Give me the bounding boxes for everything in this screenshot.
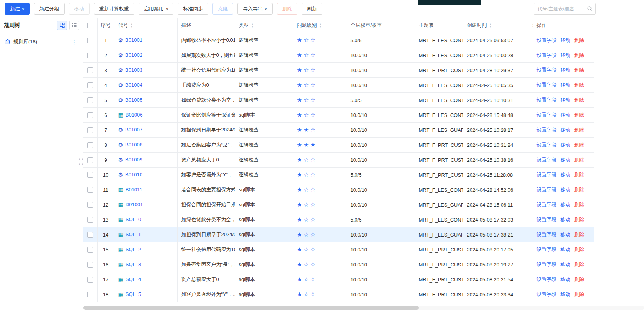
rule-code-link[interactable]: B01009 <box>125 157 142 163</box>
row-checkbox[interactable] <box>87 97 93 103</box>
column-header-created[interactable]: 创建时间▲▼ <box>463 18 529 33</box>
set-fields-link[interactable]: 设置字段 <box>537 291 557 297</box>
sort-icon[interactable]: ▲▼ <box>319 23 322 28</box>
set-fields-link[interactable]: 设置字段 <box>537 82 557 88</box>
row-checkbox[interactable] <box>87 217 93 223</box>
rule-code-link[interactable]: SQL_5 <box>126 291 141 297</box>
import-export-button[interactable]: 导入导出∨ <box>237 3 273 15</box>
delete-link[interactable]: 删除 <box>574 67 584 73</box>
table-row[interactable]: 9⚙B01009资产总额应大于0逻辑检查★☆☆10.0/10MRT_F_PRT_… <box>83 153 594 168</box>
table-row[interactable]: 15▦SQL_2统一社会信用代码应为18位sql脚本★☆☆10.0/10MRT_… <box>83 242 594 257</box>
row-checkbox[interactable] <box>87 53 93 58</box>
set-fields-link[interactable]: 设置字段 <box>537 261 557 267</box>
rule-code-link[interactable]: B01010 <box>125 172 142 177</box>
row-checkbox[interactable] <box>87 67 93 73</box>
delete-link[interactable]: 删除 <box>574 246 584 252</box>
move-link[interactable]: 移动 <box>561 217 570 222</box>
set-fields-link[interactable]: 设置字段 <box>537 172 557 177</box>
delete-link[interactable]: 删除 <box>574 142 584 148</box>
move-link[interactable]: 移动 <box>561 82 570 88</box>
standard-sync-button[interactable]: 标准同步 <box>178 3 208 15</box>
move-link[interactable]: 移动 <box>561 142 570 148</box>
delete-link[interactable]: 删除 <box>574 82 584 88</box>
table-row[interactable]: 16▦SQL_3如是否集团客户为“是”，...sql脚本★☆☆10.0/10MR… <box>83 257 594 272</box>
rule-code-link[interactable]: SQL_2 <box>126 246 141 252</box>
move-link[interactable]: 移动 <box>561 232 570 237</box>
move-button[interactable]: 移动 <box>69 3 90 15</box>
row-checkbox[interactable] <box>87 247 93 253</box>
move-link[interactable]: 移动 <box>561 276 570 282</box>
move-link[interactable]: 移动 <box>561 127 570 133</box>
row-checkbox[interactable] <box>87 38 93 43</box>
new-group-button[interactable]: 新建分组 <box>34 3 65 15</box>
set-fields-link[interactable]: 设置字段 <box>537 246 557 252</box>
table-row[interactable]: 2⚙B01002如展期次数大于0，则五级...逻辑检查★☆☆10.0/10MRT… <box>83 48 594 63</box>
row-checkbox[interactable] <box>87 292 93 297</box>
table-row[interactable]: 13▦SQL_0如绿色贷款分类不为空，则...sql脚本★☆☆5.0/5MRT_… <box>83 212 594 227</box>
search-icon[interactable] <box>587 6 593 12</box>
row-checkbox[interactable] <box>87 82 93 88</box>
set-fields-link[interactable]: 设置字段 <box>537 187 557 192</box>
rule-code-link[interactable]: B01002 <box>125 52 142 58</box>
set-fields-link[interactable]: 设置字段 <box>537 232 557 237</box>
list-view-toggle[interactable] <box>69 21 79 30</box>
table-row[interactable]: 6▦B01006保证金比例应等于保证金/合...sql脚本★☆☆10.0/10M… <box>83 108 594 123</box>
delete-link[interactable]: 删除 <box>574 112 584 118</box>
set-fields-link[interactable]: 设置字段 <box>537 202 557 207</box>
sort-icon[interactable]: ▲▼ <box>251 23 254 28</box>
rule-code-link[interactable]: B01011 <box>126 187 142 192</box>
horizontal-scrollbar[interactable] <box>83 306 644 310</box>
more-icon[interactable]: ⋮ <box>70 38 78 46</box>
table-row[interactable]: 18▦SQL_5如客户是否境外为“Y”，...sql脚本★☆☆10.0/10MR… <box>83 287 594 302</box>
set-fields-link[interactable]: 设置字段 <box>537 97 557 103</box>
rule-code-link[interactable]: B01005 <box>125 97 142 103</box>
delete-link[interactable]: 删除 <box>574 187 584 192</box>
rule-code-link[interactable]: SQL_3 <box>126 261 141 267</box>
delete-link[interactable]: 删除 <box>574 52 584 58</box>
row-checkbox[interactable] <box>87 127 93 133</box>
table-row[interactable]: 4⚙B01004手续费应为0逻辑检查★☆☆10.0/10MRT_F_LES_CO… <box>83 78 594 93</box>
delete-link[interactable]: 删除 <box>574 157 584 163</box>
sidebar-resize-handle[interactable]: ⋮⋮⋮⋮ <box>77 157 81 167</box>
rule-code-link[interactable]: B01006 <box>126 112 143 118</box>
delete-link[interactable]: 删除 <box>574 172 584 177</box>
horizontal-scrollbar-thumb[interactable] <box>83 306 419 310</box>
delete-link[interactable]: 删除 <box>574 217 584 222</box>
search-input[interactable] <box>534 3 596 15</box>
table-row[interactable]: 14▦SQL_1如担保到日期早于2024/03/...sql脚本★☆☆10.0/… <box>83 227 594 242</box>
table-row[interactable]: 1⚙B01001内部收益率不应小于0.01逻辑检查★☆☆5.0/5MRT_F_L… <box>83 33 594 48</box>
rule-code-link[interactable]: B01003 <box>125 67 142 73</box>
delete-link[interactable]: 删除 <box>574 291 584 297</box>
set-fields-link[interactable]: 设置字段 <box>537 142 557 148</box>
move-link[interactable]: 移动 <box>561 97 570 103</box>
row-checkbox[interactable] <box>87 187 93 193</box>
delete-link[interactable]: 删除 <box>574 202 584 207</box>
set-fields-link[interactable]: 设置字段 <box>537 127 557 133</box>
set-fields-link[interactable]: 设置字段 <box>537 52 557 58</box>
move-link[interactable]: 移动 <box>561 37 570 43</box>
move-link[interactable]: 移动 <box>561 202 570 207</box>
delete-link[interactable]: 删除 <box>574 37 584 43</box>
enable-disable-button[interactable]: 启用禁用∨ <box>139 3 174 15</box>
rule-code-link[interactable]: D01001 <box>126 202 143 207</box>
rule-code-link[interactable]: B01004 <box>125 82 142 88</box>
delete-link[interactable]: 删除 <box>574 276 584 282</box>
rule-code-link[interactable]: B01001 <box>125 37 142 43</box>
select-all-checkbox[interactable] <box>87 23 93 28</box>
set-fields-link[interactable]: 设置字段 <box>537 112 557 118</box>
row-checkbox[interactable] <box>87 172 93 178</box>
table-row[interactable]: 3⚙B01003统一社会信用代码应为18位逻辑检查★☆☆10.0/10MRT_F… <box>83 63 594 78</box>
move-link[interactable]: 移动 <box>561 246 570 252</box>
table-row[interactable]: 11▦B01011若合同表的主要担保方式为...sql脚本★☆☆10.0/10M… <box>83 182 594 197</box>
recalculate-weight-button[interactable]: 重新计算权重 <box>94 3 134 15</box>
delete-link[interactable]: 删除 <box>574 232 584 237</box>
move-link[interactable]: 移动 <box>561 172 570 177</box>
move-link[interactable]: 移动 <box>561 112 570 118</box>
row-checkbox[interactable] <box>87 232 93 238</box>
move-link[interactable]: 移动 <box>561 157 570 163</box>
rule-code-link[interactable]: SQL_0 <box>126 217 141 222</box>
table-row[interactable]: 7⚙B01007如担保到日期早于2024/03/...逻辑检查★★☆10.0/1… <box>83 123 594 138</box>
column-header-level[interactable]: 问题级别▲▼ <box>293 18 347 33</box>
clone-button[interactable]: 克隆 <box>212 3 233 15</box>
row-checkbox[interactable] <box>87 112 93 118</box>
